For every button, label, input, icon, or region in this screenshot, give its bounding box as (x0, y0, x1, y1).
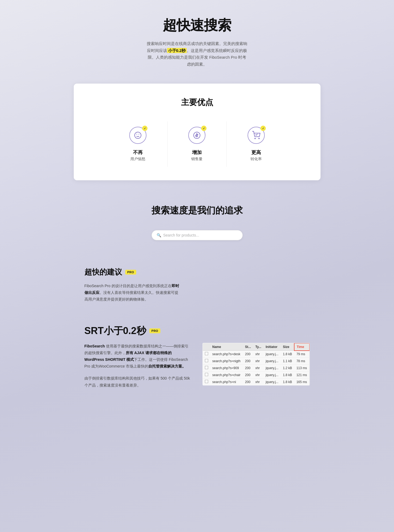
fast-suggestions-desc: FiboSearch Pro 的设计目的是让用户感觉到系统正在即时做出反应。没有… (84, 283, 181, 303)
row-type: xhr (253, 358, 264, 365)
col-header-type: Ty... (253, 343, 264, 351)
row-name: search.php?s=chair (210, 372, 243, 379)
row-type: xhr (253, 351, 264, 358)
benefit-icon-wrap-2: ✓ (188, 127, 205, 144)
col-header-cb (202, 343, 210, 351)
row-time: 79 ms (294, 351, 309, 358)
benefit-label-1: 不再 (117, 149, 159, 156)
row-cb[interactable] (202, 351, 210, 358)
col-header-initiator: Initiator (263, 343, 281, 351)
row-status: 200 (243, 372, 253, 379)
row-cb[interactable] (202, 365, 210, 372)
row-name: search.php?s=nigth (210, 358, 243, 365)
benefit-item-frustration: ✓ 不再 用户恼怒 (109, 121, 168, 167)
svg-point-5 (259, 138, 259, 139)
row-size: 1.8 kB (281, 379, 294, 385)
row-name: search.php?s=desk (210, 351, 243, 358)
benefit-label-2: 增加 (176, 149, 218, 156)
row-initiator: jquery.j... (263, 358, 281, 365)
srt-left-column: FiboSearch 使用基于最快的搜索数据库结构之一——倒排索引的超快搜索引擎… (84, 343, 192, 389)
speed-title: 搜索速度是我们的追求 (5, 204, 389, 217)
benefits-grid: ✓ 不再 用户恼怒 ✓ 增加 销售量 (84, 121, 310, 167)
checkmark-2: ✓ (201, 126, 207, 131)
hero-description: 搜索响应时间是在线商店成功的关键因素。完美的搜索响应时间应该小于0.2秒。这是用… (146, 40, 248, 68)
row-name: search.php?s=ni (210, 379, 243, 385)
srt-title: SRT小于0.2秒 (84, 324, 146, 338)
cart-icon (252, 131, 260, 140)
row-time: 78 ms (294, 358, 309, 365)
srt-desc-bold3: 自托管搜索解决方案。 (148, 364, 186, 368)
srt-layout: FiboSearch 使用基于最快的搜索数据库结构之一——倒排索引的超快搜索引擎… (84, 343, 310, 389)
hero-section: 超快速搜索 搜索响应时间是在线商店成功的关键因素。完美的搜索响应时间应该小于0.… (0, 0, 394, 78)
col-header-size: Size (281, 343, 294, 351)
benefits-title: 主要优点 (84, 97, 310, 108)
network-table: Name St... Ty... Initiator Size Time sea… (202, 343, 310, 386)
hero-highlight: 小于0.2秒 (167, 48, 187, 53)
row-status: 200 (243, 365, 253, 372)
row-time: 121 ms (294, 372, 309, 379)
srt-fibosearch: FiboSearch (84, 344, 105, 348)
srt-description-2: 由于倒排索引数据库结构和其他技巧，如果有 500 个产品或 50k 个产品，搜索… (84, 375, 192, 388)
network-table-row: search.php?s=909 200 xhr jquery.j... 1.2… (202, 365, 310, 372)
search-icon: 🔍 (157, 233, 161, 237)
benefit-sublabel-3: 转化率 (235, 157, 278, 162)
benefit-label-3: 更高 (235, 149, 278, 156)
feature-heading-row: 超快的建议 PRO (84, 267, 310, 277)
network-table-row: search.php?s=nigth 200 xhr jquery.j... 1… (202, 358, 310, 365)
row-cb[interactable] (202, 372, 210, 379)
benefit-icon-wrap-1: ✓ (129, 127, 146, 144)
col-header-name: Name (210, 343, 243, 351)
row-status: 200 (243, 358, 253, 365)
row-name: search.php?s=909 (210, 365, 243, 372)
benefit-sublabel-1: 用户恼怒 (117, 157, 159, 162)
network-table-row: search.php?s=chair 200 xhr jquery.j... 1… (202, 372, 310, 379)
row-initiator: jquery.j... (263, 351, 281, 358)
benefit-sublabel-2: 销售量 (176, 157, 218, 162)
hero-title: 超快速搜索 (5, 16, 389, 35)
srt-description: FiboSearch 使用基于最快的搜索数据库结构之一——倒排索引的超快搜索引擎… (84, 343, 192, 370)
row-size: 1.8 kB (281, 351, 294, 358)
row-type: xhr (253, 365, 264, 372)
desc-part-1: FiboSearch Pro 的设计目的是让用户感觉到系统正在 (84, 284, 172, 288)
benefit-item-sales: ✓ 增加 销售量 (168, 121, 227, 167)
row-size: 1.8 kB (281, 372, 294, 379)
row-size: 1.2 kB (281, 365, 294, 372)
benefit-icon-wrap-3: ✓ (248, 127, 265, 144)
network-table-row: search.php?s=ni 200 xhr jquery.j... 1.8 … (202, 379, 310, 385)
benefits-card: 主要优点 ✓ 不再 用户恼怒 (74, 84, 321, 180)
checkmark-3: ✓ (260, 126, 266, 131)
col-header-status: St... (243, 343, 253, 351)
pro-badge-suggestions: PRO (125, 270, 136, 275)
srt-right-column: Name St... Ty... Initiator Size Time sea… (202, 343, 310, 386)
fast-suggestions-title: 超快的建议 (84, 267, 122, 277)
benefit-item-conversion: ✓ 更高 转化率 (227, 121, 286, 167)
search-placeholder: Search for products... (163, 233, 199, 237)
smile-icon (134, 131, 142, 140)
checkmark-1: ✓ (142, 126, 148, 131)
search-bar-demo[interactable]: 🔍 Search for products... (152, 230, 243, 240)
svg-point-4 (255, 138, 255, 139)
row-time: 113 ms (294, 365, 309, 372)
row-initiator: jquery.j... (263, 365, 281, 372)
row-type: xhr (253, 379, 264, 385)
row-size: 1.1 kB (281, 358, 294, 365)
money-icon (193, 131, 201, 140)
col-header-time: Time (294, 343, 309, 351)
speed-section: 搜索速度是我们的追求 🔍 Search for products... (0, 188, 394, 262)
row-initiator: jquery.j... (263, 372, 281, 379)
svg-point-0 (135, 132, 141, 138)
row-cb[interactable] (202, 358, 210, 365)
row-type: xhr (253, 372, 264, 379)
row-status: 200 (243, 379, 253, 385)
srt-section: SRT小于0.2秒 PRO FiboSearch 使用基于最快的搜索数据库结构之… (74, 319, 321, 405)
fast-suggestions-section: 超快的建议 PRO FiboSearch Pro 的设计目的是让用户感觉到系统正… (74, 262, 321, 319)
pro-badge-srt: PRO (149, 328, 160, 333)
srt-heading-row: SRT小于0.2秒 PRO (84, 324, 310, 338)
row-status: 200 (243, 351, 253, 358)
row-time: 165 ms (294, 379, 309, 385)
network-table-row: search.php?s=desk 200 xhr jquery.j... 1.… (202, 351, 310, 358)
row-initiator: jquery.j... (263, 379, 281, 385)
row-cb[interactable] (202, 379, 210, 385)
